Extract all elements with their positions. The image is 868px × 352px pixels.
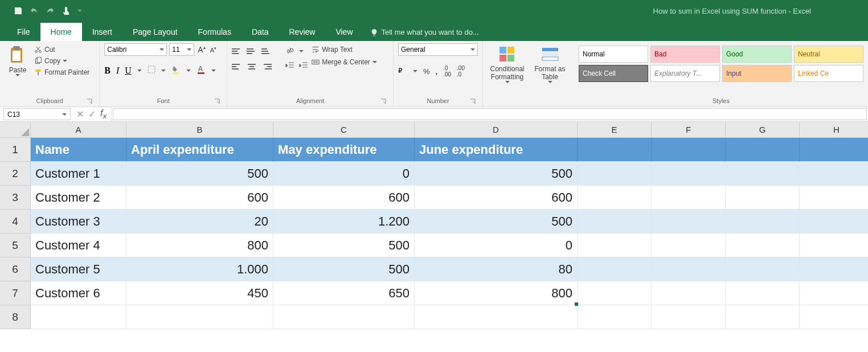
- tab-data[interactable]: Data: [241, 23, 279, 41]
- dialog-launcher-icon[interactable]: [380, 99, 386, 104]
- align-center-icon[interactable]: [247, 62, 257, 71]
- cell[interactable]: [31, 305, 126, 329]
- qat-dropdown-icon[interactable]: [77, 10, 82, 12]
- cell[interactable]: [578, 257, 652, 281]
- paste-button[interactable]: Paste: [5, 43, 31, 76]
- format-painter-button[interactable]: Format Painter: [34, 68, 89, 76]
- cell[interactable]: [652, 257, 726, 281]
- cell[interactable]: 20: [126, 210, 273, 234]
- tab-insert[interactable]: Insert: [82, 23, 122, 41]
- cell[interactable]: [652, 305, 726, 329]
- font-size-combo[interactable]: 11: [169, 43, 194, 56]
- cell[interactable]: 800: [415, 281, 578, 305]
- dialog-launcher-icon[interactable]: [87, 99, 92, 104]
- cell-styles-gallery[interactable]: Normal Bad Good Neutral Check Cell Expla…: [579, 43, 863, 82]
- style-good[interactable]: Good: [722, 46, 792, 63]
- cell[interactable]: Customer 6: [31, 281, 126, 305]
- cell[interactable]: Name: [31, 138, 126, 162]
- style-explanatory[interactable]: Explanatory T...: [650, 65, 720, 82]
- tab-formulas[interactable]: Formulas: [188, 23, 241, 41]
- cell[interactable]: [726, 257, 800, 281]
- cell[interactable]: 0: [415, 234, 578, 257]
- cell[interactable]: 600: [126, 186, 273, 210]
- cell[interactable]: [726, 138, 800, 162]
- style-linked-cell[interactable]: Linked Ce: [794, 65, 863, 82]
- cut-button[interactable]: Cut: [34, 46, 89, 54]
- cell[interactable]: [800, 186, 868, 210]
- align-bottom-icon[interactable]: [261, 47, 272, 56]
- align-right-icon[interactable]: [261, 62, 272, 71]
- style-check-cell[interactable]: Check Cell: [579, 65, 648, 82]
- increase-decimal-button[interactable]: .0.00: [443, 65, 451, 77]
- number-format-combo[interactable]: General: [398, 43, 478, 56]
- cancel-formula-icon[interactable]: ✕: [76, 109, 84, 120]
- row-header[interactable]: 7: [0, 281, 31, 305]
- decrease-indent-icon[interactable]: [285, 62, 294, 72]
- column-header[interactable]: C: [273, 122, 415, 138]
- align-left-icon[interactable]: [232, 62, 242, 71]
- cell[interactable]: 800: [126, 234, 273, 257]
- cell[interactable]: April expenditure: [126, 138, 273, 162]
- select-all-corner[interactable]: [0, 122, 31, 138]
- cell[interactable]: Customer 1: [31, 162, 126, 186]
- insert-function-icon[interactable]: fx: [100, 108, 107, 120]
- comma-format-button[interactable]: ,: [436, 67, 438, 76]
- cell[interactable]: [800, 210, 868, 234]
- cell[interactable]: 650: [273, 281, 415, 305]
- column-header[interactable]: G: [726, 122, 800, 138]
- row-header[interactable]: 6: [0, 257, 31, 281]
- cell[interactable]: [652, 186, 726, 210]
- style-bad[interactable]: Bad: [650, 46, 720, 63]
- column-header[interactable]: A: [31, 122, 126, 138]
- merge-center-button[interactable]: Merge & Center: [312, 58, 377, 66]
- row-header[interactable]: 4: [0, 210, 31, 234]
- column-header[interactable]: D: [415, 122, 578, 138]
- cell[interactable]: [578, 186, 652, 210]
- conditional-formatting-button[interactable]: Conditional Formatting: [488, 43, 527, 83]
- redo-icon[interactable]: [46, 6, 55, 15]
- style-neutral[interactable]: Neutral: [794, 46, 863, 63]
- cell[interactable]: Customer 3: [31, 210, 126, 234]
- save-icon[interactable]: [14, 6, 23, 15]
- dialog-launcher-icon[interactable]: [214, 99, 220, 104]
- cell[interactable]: [726, 162, 800, 186]
- cell[interactable]: [726, 281, 800, 305]
- accounting-format-button[interactable]: ₽: [398, 67, 407, 76]
- cell[interactable]: 500: [273, 234, 415, 257]
- italic-button[interactable]: I: [116, 66, 119, 76]
- percent-format-button[interactable]: %: [423, 67, 430, 76]
- format-as-table-button[interactable]: Format as Table: [530, 43, 570, 83]
- cell[interactable]: [578, 210, 652, 234]
- cell[interactable]: [652, 234, 726, 257]
- cell[interactable]: 600: [273, 186, 415, 210]
- decrease-decimal-button[interactable]: .00.0: [457, 65, 465, 77]
- cell[interactable]: [578, 305, 652, 329]
- tab-file[interactable]: File: [7, 23, 40, 41]
- cell[interactable]: [578, 281, 652, 305]
- font-name-combo[interactable]: Calibri: [104, 43, 167, 56]
- cell[interactable]: [800, 281, 868, 305]
- bold-button[interactable]: B: [104, 66, 110, 76]
- tab-page-layout[interactable]: Page Layout: [122, 23, 188, 41]
- cell[interactable]: [652, 281, 726, 305]
- formula-input[interactable]: [113, 108, 867, 120]
- fill-color-button[interactable]: [171, 65, 181, 76]
- row-header[interactable]: 5: [0, 234, 31, 257]
- cell[interactable]: 1.000: [126, 257, 273, 281]
- row-header[interactable]: 3: [0, 186, 31, 210]
- row-header[interactable]: 1: [0, 138, 31, 162]
- cell[interactable]: 450: [126, 281, 273, 305]
- touch-mode-icon[interactable]: [62, 6, 71, 15]
- tab-home[interactable]: Home: [40, 23, 82, 41]
- align-top-icon[interactable]: [232, 47, 242, 56]
- cell[interactable]: [415, 305, 578, 329]
- cell[interactable]: [726, 234, 800, 257]
- cell[interactable]: [578, 162, 652, 186]
- cell[interactable]: [273, 305, 415, 329]
- column-header[interactable]: H: [800, 122, 868, 138]
- cell[interactable]: Customer 2: [31, 186, 126, 210]
- borders-button[interactable]: [148, 66, 155, 76]
- cell[interactable]: 500: [415, 162, 578, 186]
- cell[interactable]: [652, 138, 726, 162]
- cell[interactable]: [800, 138, 868, 162]
